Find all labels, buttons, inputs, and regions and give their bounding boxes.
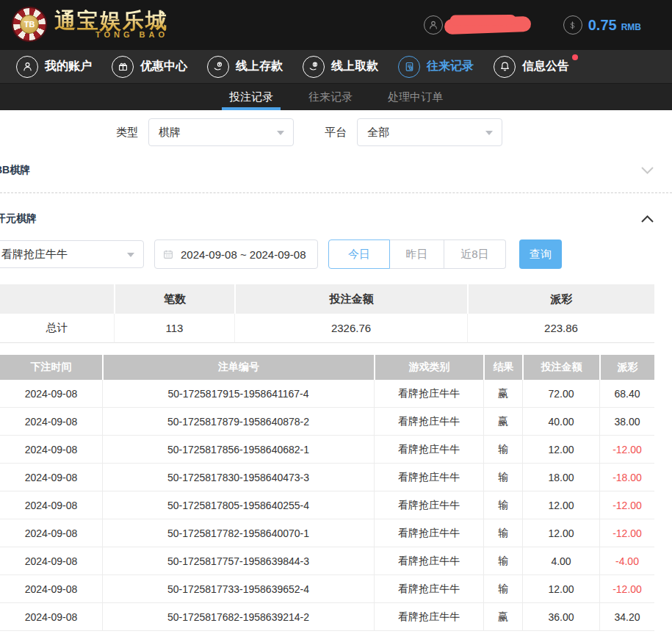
table-row: 2024-09-08 50-1725817757-1958639844-3 看牌… — [0, 547, 654, 575]
user-icon — [424, 15, 443, 35]
cell-bet-amount: 18.00 — [522, 464, 599, 491]
deposit-icon — [207, 56, 229, 78]
nav-item-promotions[interactable]: 优惠中心 — [112, 56, 187, 78]
balance-amount: 0.75 — [588, 17, 617, 34]
records-icon — [398, 56, 420, 78]
type-label: 类型 — [116, 126, 138, 140]
nav-item-transaction-records[interactable]: 往来记录 — [398, 56, 474, 78]
cell-bet-time: 2024-09-08 — [0, 603, 102, 631]
cell-bet-amount: 40.00 — [522, 408, 599, 436]
cell-payout: -12.00 — [599, 519, 654, 547]
chevron-up-icon[interactable] — [640, 215, 654, 223]
platform-label: 平台 — [325, 126, 347, 140]
cell-bet-time: 2024-09-08 — [0, 464, 102, 491]
platform-select[interactable]: 全部 — [357, 118, 502, 146]
type-select[interactable]: 棋牌 — [148, 118, 294, 146]
cell-payout: -4.00 — [599, 547, 654, 575]
brand-subtitle: TONG BAO — [54, 30, 168, 39]
cell-bet-amount: 12.00 — [522, 519, 599, 547]
cell-game-type: 看牌抢庄牛牛 — [374, 575, 483, 603]
quick-date-button-group: 今日 昨日 近8日 — [328, 239, 506, 269]
summary-total-count: 113 — [114, 314, 234, 343]
user-account-area[interactable] — [424, 15, 531, 35]
col-result: 结果 — [483, 355, 522, 380]
cell-bet-amount: 4.00 — [522, 547, 599, 575]
cell-game-type: 看牌抢庄牛牛 — [374, 603, 483, 631]
col-payout: 派彩 — [599, 355, 654, 380]
cell-bet-amount: 36.00 — [522, 603, 599, 631]
sub-tab-bar: 投注记录 往来记录 处理中订单 — [0, 83, 672, 110]
cell-bet-time: 2024-09-08 — [0, 408, 102, 436]
query-controls: 看牌抢庄牛牛 2024-09-08 ~ 2024-09-08 今日 昨日 近8日… — [0, 239, 562, 269]
cell-game-type: 看牌抢庄牛牛 — [374, 519, 483, 547]
balance-display: 0.75 RMB — [563, 15, 641, 35]
yesterday-button[interactable]: 昨日 — [390, 239, 444, 269]
cell-payout: 38.00 — [599, 408, 654, 436]
cell-bet-amount: 12.00 — [522, 436, 599, 464]
cell-bet-id: 50-1725817805-1958640255-4 — [102, 491, 374, 519]
cell-bet-id: 50-1725817879-1958640878-2 — [102, 408, 374, 436]
summary-header-bet-amount: 投注金额 — [234, 284, 467, 314]
cell-game-type: 看牌抢庄牛牛 — [374, 547, 483, 575]
date-range-value: 2024-09-08 ~ 2024-09-08 — [181, 248, 306, 261]
cell-bet-time: 2024-09-08 — [0, 519, 102, 547]
summary-table: 笔数 投注金额 派彩 总计 113 2326.76 223.86 — [0, 284, 654, 343]
cell-bet-id: 50-1725817757-1958639844-3 — [102, 547, 374, 575]
main-nav: 我的账户 优惠中心 线上存款 线上取款 往来记录 — [0, 50, 672, 83]
chevron-down-icon[interactable] — [640, 166, 654, 175]
game-select[interactable]: 看牌抢庄牛牛 — [0, 240, 144, 268]
cell-result: 输 — [483, 519, 522, 547]
nav-item-withdraw[interactable]: 线上取款 — [303, 56, 378, 78]
cell-bet-id: 50-1725817782-1958640070-1 — [102, 519, 374, 547]
bet-records-table: 下注时间 注单编号 游戏类别 结果 投注金额 派彩 2024-09-08 50-… — [0, 355, 654, 631]
cell-result: 输 — [483, 464, 522, 491]
table-row: 2024-09-08 50-1725817682-1958639214-2 看牌… — [0, 603, 654, 631]
chevron-down-icon — [485, 131, 493, 135]
gift-icon — [112, 56, 134, 78]
tab-transaction-records[interactable]: 往来记录 — [307, 84, 354, 110]
tab-betting-records[interactable]: 投注记录 — [228, 84, 275, 110]
col-game-type: 游戏类别 — [374, 355, 483, 380]
chip-monogram: TB — [20, 15, 39, 34]
user-icon — [16, 56, 38, 78]
search-button[interactable]: 查询 — [519, 239, 562, 269]
cell-bet-amount: 12.00 — [522, 575, 599, 603]
tab-pending-orders[interactable]: 处理中订单 — [386, 84, 444, 110]
cell-game-type: 看牌抢庄牛牛 — [374, 380, 483, 408]
cell-bet-id: 50-1725817682-1958639214-2 — [102, 603, 374, 631]
cell-game-type: 看牌抢庄牛牛 — [374, 436, 483, 464]
brand-logo: TB 通宝娱乐城 TONG BAO — [12, 7, 168, 42]
bet-table-body: 2024-09-08 50-1725817915-1958641167-4 看牌… — [0, 380, 654, 631]
col-bet-amount: 投注金额 — [522, 355, 599, 380]
today-button[interactable]: 今日 — [328, 239, 390, 269]
cell-result: 输 — [483, 547, 522, 575]
dollar-coin-icon — [563, 15, 582, 35]
col-bet-id: 注单编号 — [102, 355, 374, 380]
redacted-username — [444, 15, 531, 34]
cell-game-type: 看牌抢庄牛牛 — [374, 491, 483, 519]
cell-bet-time: 2024-09-08 — [0, 380, 102, 408]
bell-icon — [494, 56, 516, 78]
section-kaiyuan-qipai[interactable]: 开元棋牌 — [0, 209, 654, 228]
brand-title: 通宝娱乐城 — [54, 10, 168, 32]
summary-header-count: 笔数 — [114, 284, 234, 314]
section-bb-qipai[interactable]: BB棋牌 — [0, 161, 654, 180]
nav-item-my-account[interactable]: 我的账户 — [16, 56, 92, 78]
date-range-picker[interactable]: 2024-09-08 ~ 2024-09-08 — [154, 239, 318, 269]
last-8-days-button[interactable]: 近8日 — [444, 239, 506, 269]
cell-bet-time: 2024-09-08 — [0, 547, 102, 575]
nav-item-announcements[interactable]: 信息公告 — [494, 56, 569, 78]
table-row: 2024-09-08 50-1725817856-1958640682-1 看牌… — [0, 436, 654, 464]
summary-total-label: 总计 — [0, 314, 114, 343]
cell-result: 输 — [483, 491, 522, 519]
cell-bet-id: 50-1725817856-1958640682-1 — [102, 436, 374, 464]
nav-item-deposit[interactable]: 线上存款 — [207, 56, 283, 78]
summary-header-row: 笔数 投注金额 派彩 — [0, 284, 654, 314]
summary-total-payout: 223.86 — [467, 314, 654, 343]
chevron-down-icon — [277, 131, 284, 135]
cell-payout: -12.00 — [599, 436, 654, 464]
cell-result: 输 — [483, 436, 522, 464]
filter-row: 类型 棋牌 平台 全部 — [116, 118, 502, 146]
col-bet-time: 下注时间 — [0, 355, 102, 380]
table-row: 2024-09-08 50-1725817915-1958641167-4 看牌… — [0, 380, 654, 408]
